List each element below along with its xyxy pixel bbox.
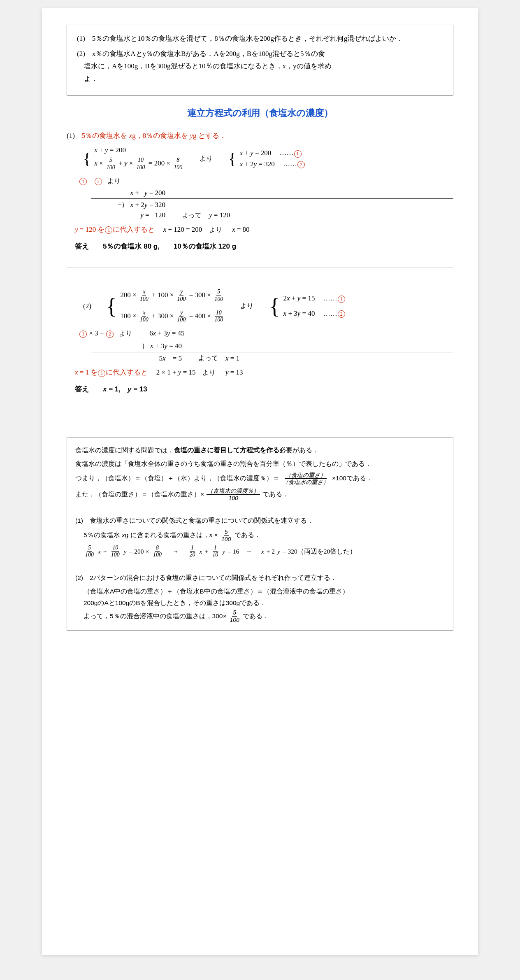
left-brace-2: {	[106, 295, 117, 317]
frac-x-100b: x100	[139, 310, 149, 324]
note-p1-eq: 5100 x + 10100 y = 200 × 8100 → 120 x + …	[84, 545, 445, 559]
circle-2a: 1	[338, 296, 345, 303]
note-box: 食塩水の濃度に関する問題では，食塩の重さに着目して方程式を作る必要がある． 食塩…	[67, 438, 453, 630]
circle-sub1: 1	[105, 226, 112, 234]
note-p2-sub3: よって，5％の混合溶液中の食塩の重さは，300× 5100 である．	[84, 609, 445, 624]
note-frac4: 5100	[84, 545, 95, 559]
problem-box: (1) 5％の食塩水と10％の食塩水を混ぜて，8％の食塩水を200g作るとき，そ…	[67, 25, 453, 95]
eq2a: 200 × x100 + 100 × y100 = 300 × 5100	[120, 289, 225, 303]
note-frac3: 5100	[221, 528, 232, 543]
eq1b: x × 5100 + y × 10100 = 200 × 8100	[94, 157, 184, 171]
yori-2: より	[240, 302, 253, 310]
part1-intro: (1) 5％の食塩水を xg，8％の食塩水を yg とする．	[67, 131, 453, 140]
system-right-1: x + y = 200 ……1 x + 2y = 320 ……2	[239, 149, 305, 168]
note-p1-title: (1) 食塩水の重さについての関係式と食塩の重さについての関係式を連立する．	[75, 515, 445, 527]
elim2-row2: −） x + 3y = 40	[91, 341, 453, 352]
note-frac7: 120	[189, 545, 196, 559]
circle-e2b: 2	[106, 331, 114, 338]
section-title: 連立方程式の利用（食塩水の濃度）	[67, 107, 453, 119]
substitution-1: y = 120 を1に代入すると x + 120 = 200 より x = 80	[75, 225, 453, 234]
system-left-2: 200 × x100 + 100 × y100 = 300 × 5100	[120, 289, 225, 324]
system-left-1: x + y = 200 x × 5100 + y × 10100 = 200 ×	[94, 146, 184, 171]
note-p2-sub2: 200gのAと100gのBを混合したとき，その重さは300gである．	[84, 597, 445, 609]
note-line3: つまり，（食塩水）＝（食塩）＋（水）より，（食塩水の濃度％）＝ （食塩の重さ）（…	[75, 472, 445, 486]
frac-10-100b: 10100	[214, 310, 224, 324]
substitution-2: x = 1 を1に代入すると 2 × 1 + y = 15 より y = 13	[75, 368, 453, 377]
answer-1: 答え 5％の食塩水 80 g, 10％の食塩水 120 g	[75, 242, 453, 251]
elimination-1-work: x + y = 200 −） x + 2y = 320 −y = −120 よっ…	[91, 189, 453, 220]
problem-1: (1) 5％の食塩水と10％の食塩水を混ぜて，8％の食塩水を200g作るとき，そ…	[77, 33, 443, 45]
note-line4: また，（食塩の重さ）＝（食塩水の重さ）× （食塩水の濃度％）100 である．	[75, 487, 445, 502]
note-frac5: 10100	[110, 545, 121, 559]
frac-5-100b: 5100	[214, 289, 224, 303]
frac-5-100: 5100	[106, 157, 116, 171]
frac-8-100: 8100	[173, 157, 183, 171]
problem-2: (2) x％の食塩水Aとy％の食塩水Bがある．Aを200g，Bを100g混ぜると…	[77, 48, 443, 86]
circle-e2: 2	[95, 178, 102, 185]
frac-10-100: 10100	[136, 157, 146, 171]
note-p1-sub1: 5％の食塩水 xg に含まれる食塩の重さは，x × 5100 である．	[84, 528, 445, 543]
yori-1: より	[200, 154, 213, 163]
simplified-eq2a: 2x + y = 15 ……1	[283, 294, 346, 303]
circle-sub2: 1	[98, 370, 105, 377]
elimination-2-work: −） x + 3y = 40 5x = 5 よって x = 1	[91, 341, 453, 363]
system-right-2: 2x + y = 15 ……1 x + 3y = 40 ……2	[283, 294, 346, 318]
note-p2-title: (2) 2パターンの混合における食塩の重さについての関係式をそれぞれ作って連立す…	[75, 572, 445, 584]
elim-row1: x + y = 200	[91, 189, 453, 197]
note-frac9: 5100	[229, 609, 240, 624]
right-brace-1: {	[228, 151, 236, 167]
simplified-eq2b: x + 3y = 40 ……2	[283, 310, 346, 318]
circle-1b: 2	[297, 161, 305, 168]
part2-equations: (2) { 200 × x100 + 100 × y100 = 300 ×	[83, 289, 453, 324]
eq1a: x + y = 200	[94, 146, 184, 154]
left-brace-1: {	[83, 151, 91, 167]
elimination-1-label: 1 − 2 より	[79, 177, 453, 186]
simplified-eq1a: x + y = 200 ……1	[239, 149, 305, 158]
solution-part-1: (1) 5％の食塩水を xg，8％の食塩水を yg とする． { x + y =…	[67, 131, 453, 251]
simplified-eq1b: x + 2y = 320 ……2	[239, 160, 305, 169]
note-line2: 食塩水の濃度は「食塩水全体の重さのうち食塩の重さの割合を百分率（％）で表したもの…	[75, 458, 445, 470]
elimination-2-label: 1 × 3 − 2 より 6x + 3y = 45	[79, 329, 453, 338]
solution-part-2: (2) { 200 × x100 + 100 × y100 = 300 ×	[67, 289, 453, 394]
note-line1: 食塩水の濃度に関する問題では，食塩の重さに着目して方程式を作る必要がある．	[75, 445, 445, 456]
circle-e1: 1	[79, 178, 87, 185]
answer-2: 答え x = 1, y = 13	[75, 384, 453, 394]
elim-row3: −y = −120 よって y = 120	[91, 211, 453, 220]
divider	[67, 268, 453, 268]
frac-x-100a: x100	[139, 289, 149, 303]
circle-2b: 2	[338, 310, 345, 318]
elim2-row3: 5x = 5 よって x = 1	[91, 354, 453, 363]
right-brace-2: {	[269, 295, 280, 317]
elim-row2: −） x + 2y = 320	[91, 198, 453, 210]
frac-y-100b: y100	[176, 310, 187, 324]
note-frac6: 8100	[152, 545, 162, 559]
note-frac1: （食塩の重さ）（食塩水の重さ）	[282, 472, 330, 486]
note-frac8: 110	[211, 545, 219, 559]
frac-y-100a: y100	[176, 289, 187, 303]
eq2b: 100 × x100 + 300 × y100 = 400 × 10100	[120, 310, 225, 324]
circle-e2a: 1	[79, 331, 87, 338]
circle-1a: 1	[294, 150, 302, 158]
note-frac2: （食塩水の濃度％）100	[207, 487, 260, 502]
page: (1) 5％の食塩水と10％の食塩水を混ぜて，8％の食塩水を200g作るとき，そ…	[42, 8, 478, 955]
note-p2-sub1: （食塩水A中の食塩の重さ）＋（食塩水B中の食塩の重さ）＝（混合溶液中の食塩の重さ…	[84, 586, 445, 598]
part1-equations: { x + y = 200 x × 5100 + y × 10100	[83, 146, 453, 171]
